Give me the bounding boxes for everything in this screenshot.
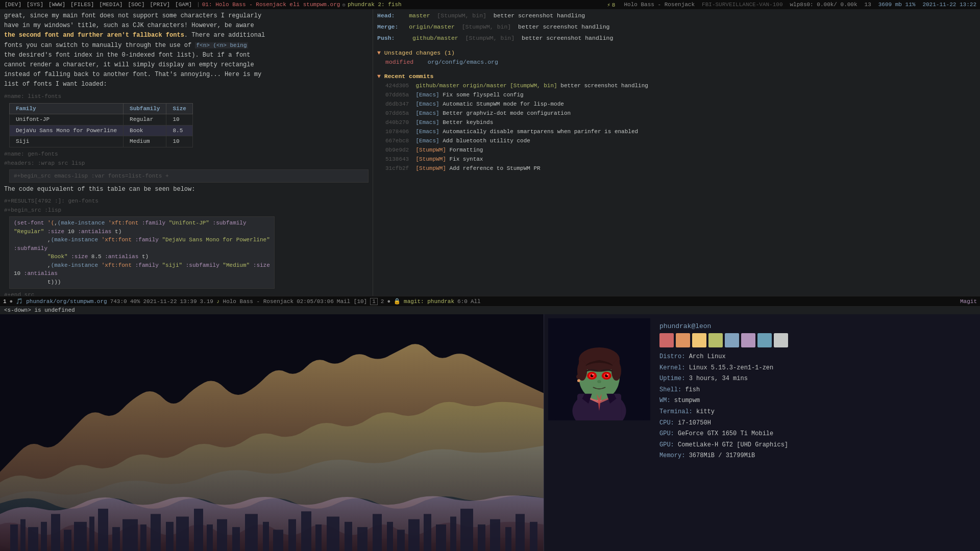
waveform-area	[0, 314, 544, 551]
svg-rect-25	[315, 524, 322, 551]
svg-rect-39	[505, 527, 511, 551]
svg-rect-9	[98, 509, 108, 551]
tag-dev[interactable]: [DEV]	[2, 2, 24, 8]
tag-media[interactable]: [MEDIA]	[96, 2, 125, 8]
tag-gam[interactable]: [GAM]	[173, 2, 194, 8]
svg-rect-17	[207, 524, 213, 551]
svg-rect-3	[28, 527, 38, 551]
top-right-info: ⚡8 Holo Bass - Rosenjack FBI-SURVEILLANC…	[605, 2, 978, 8]
distro-row: Distro: Arch Linux	[659, 352, 973, 363]
mem-info: 3609 mb 11%	[877, 2, 917, 8]
svg-rect-35	[450, 517, 456, 551]
tag-sys[interactable]: [SYS]	[24, 2, 46, 8]
tag-priv[interactable]: [PRIV]	[148, 2, 173, 8]
svg-rect-21	[263, 522, 269, 551]
svg-point-63	[597, 380, 601, 383]
svg-rect-30	[387, 522, 393, 551]
second-window-title: phundrak 2: fish	[348, 2, 402, 8]
commit-6: 1078406 [Emacs] Automatically disable sm…	[385, 128, 976, 136]
col-subfamily: Subfamily	[124, 103, 166, 114]
svg-rect-7	[74, 522, 87, 551]
battery-info: ⚡8	[605, 2, 618, 8]
file-icon: 🎵	[16, 298, 23, 305]
waveform-svg	[0, 314, 544, 551]
all-sb: All	[471, 298, 481, 305]
commit-10: 31cfb2f [StumpWM] Add reference to Stump…	[385, 164, 976, 173]
top-bar: [DEV] [SYS] [WWW] [FILES] [MEDIA] [SOC] …	[0, 0, 980, 9]
main-layout: great, since my main font does not suppo…	[0, 9, 980, 296]
magit-modified-file[interactable]: modified org/config/emacs.org	[385, 58, 976, 67]
commit-2: 07dd65a [Emacs] Fix some flyspell config	[385, 91, 976, 99]
svg-rect-31	[397, 530, 405, 551]
buffer-pos: 743:0	[110, 298, 127, 305]
svg-rect-12	[140, 524, 146, 551]
svg-rect-19	[232, 527, 240, 551]
begin-src2: #+begin_src :lisp	[4, 207, 61, 213]
music-timer: 02:05/03:06	[297, 298, 334, 305]
right-label-sb: Magit	[960, 298, 977, 305]
svg-rect-28	[357, 527, 368, 551]
swatch-1	[659, 333, 674, 347]
svg-point-64	[576, 374, 581, 380]
music-note: ♪	[216, 298, 220, 305]
svg-rect-29	[373, 514, 382, 551]
tag-www[interactable]: [WWW]	[46, 2, 68, 8]
intro-text: great, since my main font does not suppo…	[4, 11, 369, 90]
svg-rect-6	[64, 530, 71, 551]
svg-rect-10	[112, 527, 120, 551]
color-swatches	[659, 333, 973, 347]
si-info: 13	[863, 2, 873, 8]
bottom-section: phundrak@leon Distro:	[0, 314, 980, 551]
buffer-pct: 40%	[130, 298, 140, 305]
font-row-2: DejaVu Sans Mono for PowerlineBook8.5	[10, 125, 193, 136]
svg-rect-41	[530, 522, 537, 551]
svg-rect-22	[273, 530, 283, 551]
network-info: FBI-SURVEILLANCE-VAN-100	[700, 2, 784, 8]
cpu-row: CPU: i7-10750H	[659, 418, 973, 429]
num2: 1	[370, 298, 378, 305]
font-row-1: Unifont-JPRegular10	[10, 114, 193, 126]
col-size: Size	[166, 103, 192, 114]
magit-unstaged-header[interactable]: ▼ Unstaged changes (1)	[377, 48, 976, 58]
swatch-8	[774, 333, 788, 347]
emacs-panel[interactable]: great, since my main font does not suppo…	[0, 9, 373, 296]
svg-rect-26	[327, 517, 339, 551]
info-panel: phundrak@leon Distro:	[544, 314, 980, 551]
swatch-2	[676, 333, 690, 347]
svg-rect-32	[408, 519, 420, 551]
svg-rect-13	[151, 514, 161, 551]
results-line: #+RESULTS[4792 :]: gen-fonts	[4, 198, 99, 204]
mini-buffer: <s-down> is undefined	[0, 306, 980, 314]
time-sb: 13:39	[180, 298, 197, 305]
font-table: Family Subfamily Size Unifont-JPRegular1…	[9, 103, 193, 147]
mini-buffer-text: <s-down> is undefined	[4, 307, 75, 313]
swatch-4	[708, 333, 723, 347]
sys-info: Distro: Arch Linux Kernel: Linux 5.15.3-…	[659, 352, 973, 462]
terminal-row: Terminal: kitty	[659, 407, 973, 418]
commit-5: d40b270 [Emacs] Better keybinds	[385, 118, 976, 127]
svg-point-65	[577, 379, 580, 382]
dots-sb: ●	[387, 298, 390, 305]
commit-8: 0b9e9d2 [StumpWM] Formatting	[385, 146, 976, 155]
avatar-area	[548, 318, 650, 420]
music-title: Holo Bass - Rosenjack	[223, 298, 294, 305]
set-font-block: (set-font '(,(make-instance 'xft:font :f…	[9, 216, 275, 289]
swatch-7	[757, 333, 772, 347]
commit-3: d6db347 [Emacs] Automatic StumpWM mode f…	[385, 100, 976, 109]
svg-rect-20	[245, 514, 258, 551]
commit-9: 5138643 [StumpWM] Fix syntax	[385, 155, 976, 164]
svg-rect-36	[460, 509, 473, 551]
headers-line: #headers: :wrap src lisp	[4, 160, 85, 166]
tag-soc[interactable]: [SOC]	[125, 2, 147, 8]
magit-push-section: Push: github/master [StumpWM, bin] bette…	[377, 34, 976, 43]
pos2-sb: 6:0	[457, 298, 468, 305]
tag-files[interactable]: [FILES]	[68, 2, 96, 8]
wm-row: WM: stumpwm	[659, 395, 973, 407]
commit-1: 424d305 github/master origin/master [Stu…	[385, 82, 976, 90]
zoom-sb: 3.19	[200, 298, 213, 305]
kernel-row: Kernel: Linux 5.15.3-zen1-1-zen	[659, 363, 973, 374]
commit-4: 07dd65a [Emacs] Better graphviz-dot mode…	[385, 109, 976, 118]
magit-recent-header[interactable]: ▼ Recent commits	[377, 72, 976, 81]
font-row-3: SijiMedium10	[10, 136, 193, 147]
file-path: phundrak/org/stumpwm.org	[26, 298, 107, 305]
